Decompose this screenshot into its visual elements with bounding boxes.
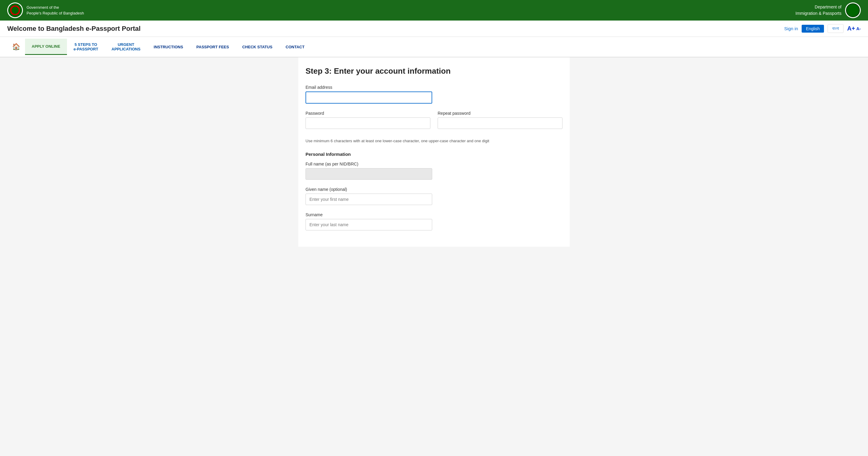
- bangla-lang-button[interactable]: বাংলা: [828, 24, 843, 33]
- surname-input[interactable]: [306, 219, 432, 230]
- password-row: Password Repeat password: [306, 111, 562, 136]
- english-lang-button[interactable]: English: [802, 25, 824, 33]
- nav-5-steps[interactable]: 5 STEPS TOe-PASSPORT: [67, 37, 105, 57]
- fullname-input: [306, 168, 432, 180]
- dept-logo: [845, 2, 861, 18]
- nav-instructions[interactable]: INSTRUCTIONS: [147, 39, 190, 55]
- given-name-input[interactable]: [306, 194, 432, 205]
- personal-info-title: Personal Information: [306, 151, 562, 157]
- surname-label: Surname: [306, 212, 562, 217]
- main-content: Step 3: Enter your account information E…: [298, 57, 570, 247]
- nav-check-status[interactable]: CHECK STATUS: [236, 39, 279, 55]
- header-controls: Sign in English বাংলা A+ A-: [784, 24, 861, 33]
- repeat-password-form-group: Repeat password: [438, 111, 562, 129]
- portal-title: Welcome to Bangladesh e-Passport Portal: [7, 25, 141, 33]
- gov-logo: [7, 2, 23, 18]
- password-hint: Use minimum 6 characters with at least o…: [306, 139, 562, 143]
- page-title: Step 3: Enter your account information: [306, 66, 562, 76]
- email-input[interactable]: [306, 91, 432, 104]
- dept-text: Department of Immigration & Passports: [796, 4, 842, 17]
- dept-branding: Department of Immigration & Passports: [796, 2, 861, 18]
- password-label: Password: [306, 111, 430, 116]
- personal-info-section: Personal Information Full name (as per N…: [306, 151, 562, 230]
- font-size-controls: A+ A-: [847, 25, 861, 32]
- font-increase-button[interactable]: A+: [847, 25, 855, 32]
- given-name-label: Given name (optional): [306, 187, 562, 192]
- nav-urgent-applications[interactable]: URGENTAPPLICATIONS: [105, 37, 147, 57]
- password-form-group: Password: [306, 111, 430, 129]
- email-label: Email address: [306, 85, 562, 90]
- fullname-label: Full name (as per NID/BRC): [306, 162, 562, 166]
- gov-text: Government of the People's Republic of B…: [27, 4, 84, 16]
- nav-contact[interactable]: CONTACT: [279, 39, 311, 55]
- second-header: Welcome to Bangladesh e-Passport Portal …: [0, 21, 868, 37]
- signin-link[interactable]: Sign in: [784, 26, 798, 31]
- repeat-password-label: Repeat password: [438, 111, 562, 116]
- given-name-form-group: Given name (optional): [306, 187, 562, 205]
- email-form-group: Email address: [306, 85, 562, 104]
- nav-apply-online[interactable]: APPLY ONLINE: [25, 39, 67, 55]
- password-input[interactable]: [306, 117, 430, 129]
- nav-bar: 🏠 APPLY ONLINE 5 STEPS TOe-PASSPORT URGE…: [0, 37, 868, 57]
- repeat-password-input[interactable]: [438, 117, 562, 129]
- home-icon[interactable]: 🏠: [7, 39, 25, 54]
- gov-branding: Government of the People's Republic of B…: [7, 2, 84, 18]
- surname-form-group: Surname: [306, 212, 562, 230]
- fullname-form-group: Full name (as per NID/BRC): [306, 162, 562, 180]
- top-header: Government of the People's Republic of B…: [0, 0, 868, 21]
- font-decrease-button[interactable]: A-: [856, 26, 861, 31]
- nav-passport-fees[interactable]: PASSPORT FEES: [190, 39, 236, 55]
